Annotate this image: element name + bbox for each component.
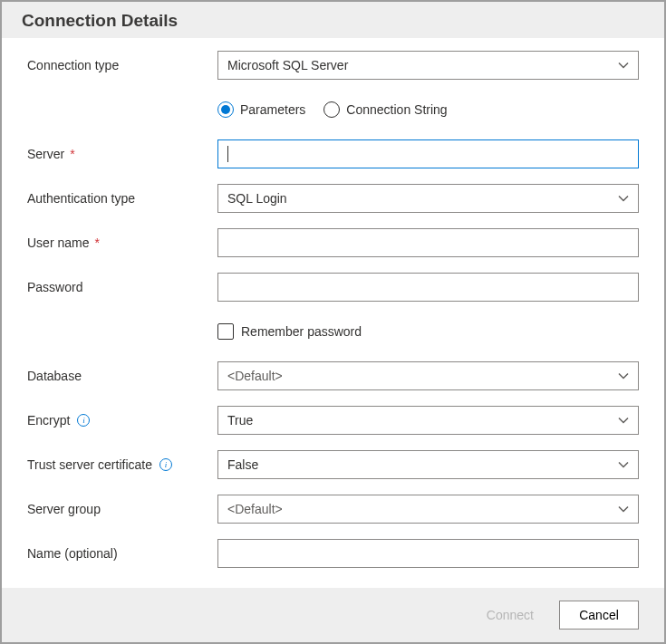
server-group-label: Server group [27, 502, 217, 516]
chevron-down-icon [618, 370, 629, 381]
cancel-button[interactable]: Cancel [559, 601, 639, 630]
user-name-label: User name * [27, 235, 217, 250]
radio-connection-string[interactable]: Connection String [323, 101, 447, 118]
required-asterisk-icon: * [94, 235, 99, 250]
trust-cert-value: False [227, 457, 258, 472]
name-label: Name (optional) [27, 546, 217, 561]
chevron-down-icon [618, 60, 629, 71]
server-group-value: <Default> [227, 502, 283, 516]
dialog-title: Connection Details [22, 11, 644, 31]
auth-type-value: SQL Login [227, 191, 287, 206]
checkbox-unchecked-icon [217, 323, 234, 340]
chevron-down-icon [618, 504, 629, 514]
trust-cert-label: Trust server certificate i [27, 457, 217, 472]
database-select[interactable]: <Default> [217, 361, 639, 390]
chevron-down-icon [618, 193, 629, 204]
server-input[interactable] [217, 139, 639, 168]
dialog-footer: Connect Cancel [2, 588, 664, 642]
encrypt-value: True [227, 413, 253, 428]
info-icon[interactable]: i [159, 458, 172, 471]
input-mode-radio-group: Parameters Connection String [217, 101, 639, 119]
required-asterisk-icon: * [70, 147, 74, 161]
radio-selected-icon [217, 101, 234, 118]
connection-type-label: Connection type [27, 58, 217, 72]
database-value: <Default> [227, 369, 283, 383]
remember-password-label: Remember password [241, 324, 362, 339]
chevron-down-icon [618, 415, 629, 426]
connection-type-value: Microsoft SQL Server [227, 58, 348, 72]
dialog-header: Connection Details [2, 2, 664, 38]
auth-type-label: Authentication type [27, 191, 217, 206]
radio-unselected-icon [323, 101, 340, 118]
encrypt-label: Encrypt i [27, 413, 217, 428]
server-group-select[interactable]: <Default> [217, 495, 639, 524]
chevron-down-icon [618, 459, 629, 470]
encrypt-select[interactable]: True [217, 406, 639, 435]
auth-type-select[interactable]: SQL Login [217, 184, 639, 213]
radio-parameters[interactable]: Parameters [217, 101, 305, 118]
info-icon[interactable]: i [77, 414, 90, 427]
connection-type-select[interactable]: Microsoft SQL Server [217, 51, 639, 80]
radio-connection-string-label: Connection String [346, 102, 447, 117]
user-name-input[interactable] [217, 228, 639, 257]
server-label: Server * [27, 147, 217, 161]
name-input[interactable] [217, 539, 639, 568]
trust-cert-select[interactable]: False [217, 450, 639, 479]
connect-button[interactable]: Connect [470, 601, 550, 630]
password-input[interactable] [217, 273, 639, 302]
radio-parameters-label: Parameters [240, 102, 305, 117]
password-label: Password [27, 280, 217, 294]
database-label: Database [27, 369, 217, 383]
remember-password-checkbox[interactable]: Remember password [217, 323, 639, 340]
form-body: Connection type Microsoft SQL Server Par… [2, 38, 664, 588]
